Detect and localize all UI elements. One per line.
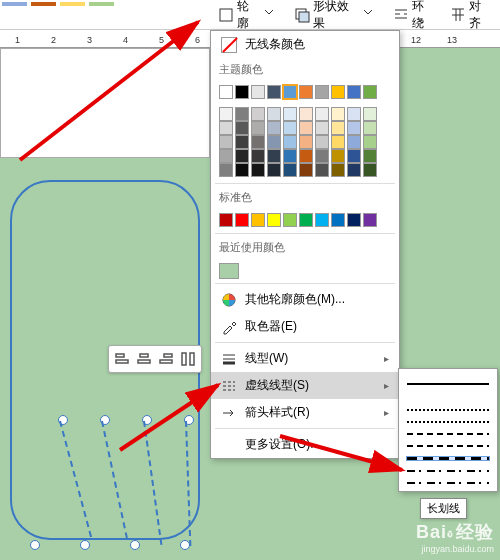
selection-handle[interactable] xyxy=(30,540,40,550)
color-swatch[interactable] xyxy=(347,85,361,99)
color-swatch[interactable] xyxy=(347,149,361,163)
color-swatch[interactable] xyxy=(235,135,249,149)
ruler-mark: 12 xyxy=(411,35,421,45)
color-swatch[interactable] xyxy=(331,213,345,227)
color-swatch[interactable] xyxy=(283,163,297,177)
color-swatch[interactable] xyxy=(219,149,233,163)
svg-rect-6 xyxy=(138,360,150,363)
color-swatch[interactable] xyxy=(283,213,297,227)
arrow-style-item[interactable]: 箭头样式(R) ▸ xyxy=(211,399,399,426)
color-swatch[interactable] xyxy=(283,107,297,121)
color-swatch[interactable] xyxy=(331,135,345,149)
color-swatch[interactable] xyxy=(299,135,313,149)
dash-round-dot[interactable] xyxy=(407,409,489,411)
align-right-button[interactable] xyxy=(155,348,177,370)
color-swatch[interactable] xyxy=(347,213,361,227)
color-swatch[interactable] xyxy=(347,121,361,135)
color-swatch[interactable] xyxy=(331,149,345,163)
dash-dash-dot[interactable] xyxy=(407,445,489,447)
color-swatch[interactable] xyxy=(315,149,329,163)
color-swatch[interactable] xyxy=(363,85,377,99)
color-swatch[interactable] xyxy=(315,107,329,121)
selection-handle[interactable] xyxy=(80,540,90,550)
color-swatch[interactable] xyxy=(299,107,313,121)
color-swatch[interactable] xyxy=(315,213,329,227)
color-swatch[interactable] xyxy=(331,121,345,135)
color-swatch[interactable] xyxy=(267,163,281,177)
color-swatch[interactable] xyxy=(331,163,345,177)
align-left-button[interactable] xyxy=(111,348,133,370)
color-swatch[interactable] xyxy=(315,85,329,99)
color-swatch[interactable] xyxy=(235,121,249,135)
more-outline-colors-item[interactable]: 其他轮廓颜色(M)... xyxy=(211,286,399,313)
color-swatch[interactable] xyxy=(251,135,265,149)
color-swatch[interactable] xyxy=(235,149,249,163)
dash-dash[interactable] xyxy=(407,433,489,435)
color-swatch[interactable] xyxy=(299,163,313,177)
color-swatch[interactable] xyxy=(267,135,281,149)
dash-long-dash-dot-dot[interactable] xyxy=(407,482,489,484)
color-swatch[interactable] xyxy=(363,149,377,163)
color-swatch[interactable] xyxy=(251,163,265,177)
color-swatch[interactable] xyxy=(315,135,329,149)
color-swatch[interactable] xyxy=(251,121,265,135)
color-swatch[interactable] xyxy=(363,121,377,135)
dash-long-dash[interactable] xyxy=(407,457,489,460)
color-swatch[interactable] xyxy=(283,85,297,99)
svg-rect-9 xyxy=(182,353,186,365)
color-swatch[interactable] xyxy=(267,121,281,135)
color-swatch[interactable] xyxy=(251,85,265,99)
color-swatch[interactable] xyxy=(347,135,361,149)
color-swatch[interactable] xyxy=(299,121,313,135)
color-swatch[interactable] xyxy=(235,213,249,227)
dash-square-dot[interactable] xyxy=(407,421,489,423)
color-swatch[interactable] xyxy=(299,85,313,99)
color-swatch[interactable] xyxy=(363,135,377,149)
color-swatch[interactable] xyxy=(363,213,377,227)
color-swatch[interactable] xyxy=(331,85,345,99)
no-line-color-item[interactable]: 无线条颜色 xyxy=(211,31,399,58)
color-swatch[interactable] xyxy=(299,149,313,163)
color-swatch[interactable] xyxy=(315,163,329,177)
color-swatch[interactable] xyxy=(235,163,249,177)
more-settings-item[interactable]: 更多设置(O)... xyxy=(211,431,399,458)
color-swatch[interactable] xyxy=(347,107,361,121)
color-swatch[interactable] xyxy=(251,107,265,121)
color-swatch[interactable] xyxy=(219,85,233,99)
line-weight-item[interactable]: 线型(W) ▸ xyxy=(211,345,399,372)
dash-solid[interactable] xyxy=(407,383,489,399)
color-swatch[interactable] xyxy=(251,149,265,163)
color-swatch[interactable] xyxy=(315,121,329,135)
color-swatch[interactable] xyxy=(267,107,281,121)
line-weight-icon xyxy=(221,351,237,367)
submenu-arrow-icon: ▸ xyxy=(384,407,389,418)
ruler-mark: 3 xyxy=(87,35,92,45)
svg-rect-8 xyxy=(160,360,172,363)
color-swatch[interactable] xyxy=(363,107,377,121)
color-swatch[interactable] xyxy=(219,163,233,177)
color-swatch[interactable] xyxy=(267,213,281,227)
color-swatch[interactable] xyxy=(331,107,345,121)
distribute-button[interactable] xyxy=(177,348,199,370)
color-swatch[interactable] xyxy=(267,149,281,163)
color-swatch[interactable] xyxy=(219,135,233,149)
recent-color-swatch[interactable] xyxy=(219,263,239,279)
dash-long-dash-dot[interactable] xyxy=(407,470,489,472)
color-swatch[interactable] xyxy=(219,107,233,121)
selection-handle[interactable] xyxy=(130,540,140,550)
color-swatch[interactable] xyxy=(363,163,377,177)
color-swatch[interactable] xyxy=(235,85,249,99)
color-swatch[interactable] xyxy=(347,163,361,177)
color-swatch[interactable] xyxy=(283,121,297,135)
color-swatch[interactable] xyxy=(251,213,265,227)
eyedropper-item[interactable]: 取色器(E) xyxy=(211,313,399,340)
color-swatch[interactable] xyxy=(299,213,313,227)
color-swatch[interactable] xyxy=(267,85,281,99)
align-center-button[interactable] xyxy=(133,348,155,370)
color-swatch[interactable] xyxy=(219,121,233,135)
dash-type-item[interactable]: 虚线线型(S) ▸ xyxy=(211,372,399,399)
color-swatch[interactable] xyxy=(235,107,249,121)
color-swatch[interactable] xyxy=(283,149,297,163)
color-swatch[interactable] xyxy=(283,135,297,149)
color-swatch[interactable] xyxy=(219,213,233,227)
